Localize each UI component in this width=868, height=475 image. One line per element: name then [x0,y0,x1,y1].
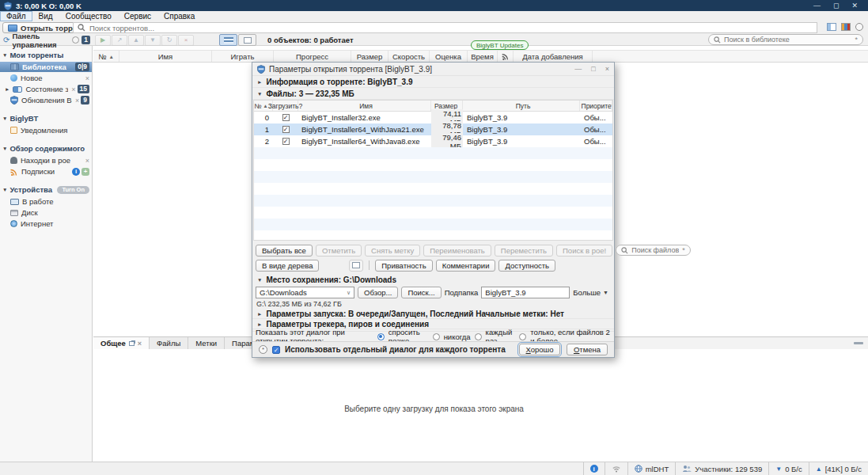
panel-minimize-handle[interactable] [854,342,863,344]
share-button[interactable]: ↗ [112,35,127,46]
dialog-minimize-button[interactable]: — [574,65,582,73]
location-search-button[interactable]: Поиск... [401,287,441,298]
move-button[interactable]: Переместить [495,245,553,256]
column-play[interactable]: Играть [212,51,274,62]
card-view-toggle[interactable] [238,34,256,46]
window-minimize-button[interactable]: — [813,2,821,10]
file-search-box[interactable]: * [616,245,691,256]
file-search-input[interactable] [631,246,679,254]
comments-button[interactable]: Комментарии [436,260,496,272]
sidebar-item-internet[interactable]: Интернет [0,218,92,229]
status-download-cell[interactable]: ▼ 0 Б/с [768,462,808,475]
status-upload-cell[interactable]: ▲ [41K] 0 Б/с [809,462,868,475]
dashboard-settings-icon[interactable] [72,36,79,44]
availability-button[interactable]: Доступность [498,260,555,272]
radio-only-multiple-files[interactable] [519,333,526,340]
rename-button[interactable]: Переименовать [423,245,491,256]
menu-community[interactable]: Сообщество [59,11,118,21]
tab-general[interactable]: Общее × [93,337,150,349]
file-column-name[interactable]: Имя [298,101,431,111]
file-row[interactable]: 2 ✓ BiglyBT_Installer64_WithJava8.exe 79… [254,135,612,147]
radio-never[interactable] [433,333,440,340]
tab-files[interactable]: Файлы [150,337,188,349]
collapse-all-button[interactable] [349,260,363,272]
close-icon[interactable]: × [138,340,142,348]
sidebar-section-devices[interactable]: ▼УстройстваTurn On [0,184,92,196]
close-icon[interactable]: × [85,157,89,165]
sidebar-section-content-discovery[interactable]: ▼Обзор содержимого [0,142,92,154]
close-icon[interactable]: × [75,97,79,104]
remove-button[interactable]: × [178,35,194,46]
mark-button[interactable]: Отметить [316,245,362,256]
startup-options-section-header[interactable]: ► Параметры запуска: В очереди/Запущен, … [252,309,614,319]
info-icon[interactable]: i [72,168,80,176]
column-size[interactable]: Размер [351,51,389,62]
sidebar-item-disk[interactable]: Диск [0,207,92,218]
column-date-added[interactable]: Дата добавления [514,51,593,62]
status-peers-cell[interactable]: Участники: 129 539 [675,462,768,475]
window-close-button[interactable]: ✕ [851,2,858,10]
menu-view[interactable]: Вид [32,11,59,21]
browse-button[interactable]: Обзор... [358,287,398,298]
dashboard-button[interactable]: ⟳ Панель управления 1 [0,32,90,49]
ok-button[interactable]: Хорошо [519,344,560,355]
columns-setup-icon[interactable] [827,23,836,31]
save-location-combo[interactable]: G:\Downloads ∨ [256,287,354,298]
dialog-maximize-button[interactable]: □ [591,65,595,73]
column-speed[interactable]: Скорость [389,51,430,62]
swarm-search-button[interactable]: Поиск в рое! [556,245,612,256]
privacy-button[interactable]: Приватность [375,260,432,272]
file-column-priority[interactable]: Приоритет [580,101,612,111]
search-options-icon[interactable]: * [682,246,685,254]
separate-dialog-checkbox[interactable]: ✓ [272,346,280,354]
radio-ask-later[interactable] [377,333,385,340]
list-view-toggle[interactable] [219,34,237,46]
settings-icon[interactable]: * [259,345,267,354]
expand-icon[interactable]: ► [5,86,9,92]
download-checkbox[interactable]: ✓ [282,114,290,121]
select-all-button[interactable]: Выбрать все [256,245,313,256]
move-up-button[interactable]: ▲ [128,35,144,46]
info-icon[interactable]: i [590,465,598,473]
file-column-download[interactable]: Загрузить? [273,101,298,111]
turn-on-button[interactable]: Turn On [57,186,89,194]
sidebar-item-swarm-discoveries[interactable]: Находки в рое × [0,155,92,165]
play-button[interactable]: ▶ [95,35,111,46]
column-time[interactable]: Время [468,51,498,62]
library-search-input[interactable] [724,36,851,44]
menu-tools[interactable]: Сервис [118,11,157,21]
status-dht-cell[interactable]: mlDHT [627,462,676,475]
sidebar-item-notifications[interactable]: Уведомления [0,125,92,135]
menu-file[interactable]: Файл [0,11,32,21]
torrent-search-input[interactable] [89,24,813,32]
toolbar-options-icon[interactable] [855,23,863,31]
menu-help[interactable]: Справка [157,11,201,21]
sidebar-item-download-state[interactable]: ► Состояние загр... ×15 [0,84,92,94]
torrent-search-box[interactable] [73,22,817,33]
add-subscription-icon[interactable]: + [81,168,89,176]
sidebar-item-subscriptions[interactable]: Подписки i + [0,166,92,177]
torrent-info-section-header[interactable]: ► Информация о торренте: BiglyBT_3.9 [252,76,614,88]
updates-badge[interactable]: BiglyBT Updates [471,40,529,50]
close-icon[interactable]: × [85,74,89,82]
sidebar-item-new[interactable]: Новое × [0,73,92,83]
search-options-icon[interactable]: * [855,36,858,44]
tree-view-button[interactable]: В виде дерева [256,260,319,272]
library-search-box[interactable]: * [708,34,863,45]
cancel-button[interactable]: Отмена [567,344,608,355]
dialog-close-button[interactable]: × [605,65,609,73]
column-progress[interactable]: Прогресс [274,51,351,62]
radio-every-time[interactable] [475,333,482,340]
move-down-button[interactable]: ▼ [145,35,161,46]
sidebar-item-biglybt-updates[interactable]: Обновления BiglyBT ×9 [0,95,92,105]
subfolder-input[interactable] [481,287,570,298]
status-info-cell[interactable]: i [583,462,605,475]
more-button[interactable]: Больше ▼ [573,288,611,297]
recheck-button[interactable]: ↻ [161,35,177,46]
download-checkbox[interactable]: ✓ [282,138,290,145]
sidebar-item-library[interactable]: Библиотека 0|9 [0,62,92,72]
sidebar-section-my-torrents[interactable]: ▼Мои торренты [0,49,92,61]
file-column-path[interactable]: Путь [463,101,580,111]
column-rss[interactable] [498,51,514,62]
save-location-section-header[interactable]: ▼ Место сохранения: G:\Downloads [252,274,614,286]
